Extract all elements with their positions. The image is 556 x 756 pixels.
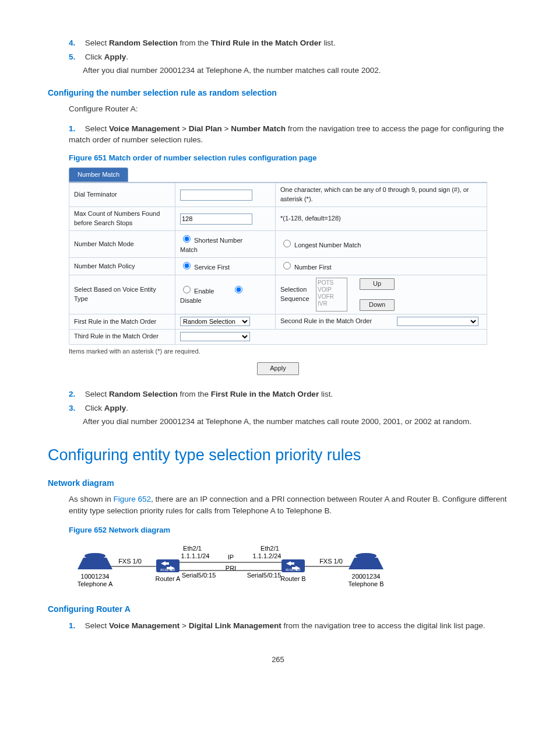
input-max-count[interactable] xyxy=(180,214,252,225)
step-text: Select Random Selection from the First R… xyxy=(85,390,333,398)
radio-shortest[interactable] xyxy=(183,235,191,243)
router-a-icon: ROUTER xyxy=(156,559,180,572)
label-ip: IP xyxy=(228,554,234,561)
step-number: 2. xyxy=(69,388,83,400)
label-serial-left: Serial5/0:15 xyxy=(182,572,216,579)
label-tel-a-num: 10001234 xyxy=(81,573,110,580)
label-third-rule: Third Rule in the Match Order xyxy=(69,329,175,344)
label-match-policy: Number Match Policy xyxy=(69,258,175,275)
label-ip-right: 1.1.1.2/24 xyxy=(253,552,281,559)
router-b-icon: ROUTER xyxy=(281,559,305,572)
step-text: Click Apply. xyxy=(85,404,128,412)
label-match-mode: Number Match Mode xyxy=(69,231,175,258)
label-tel-b-num: 20001234 xyxy=(352,573,381,580)
step-1: 1. Select Voice Management > Dial Plan >… xyxy=(69,123,508,146)
label-router-b: Router B xyxy=(280,575,305,582)
step-text: Select Voice Management > Digital Link M… xyxy=(85,621,485,630)
svg-marker-10 xyxy=(349,558,383,569)
configure-router-a-label: Configure Router A: xyxy=(69,103,508,115)
figure-651: Number Match Dial Terminator One charact… xyxy=(69,167,487,375)
radio-number-first[interactable] xyxy=(283,262,291,270)
label-dial-terminator: Dial Terminator xyxy=(69,183,175,207)
required-footnote: Items marked with an asterisk (*) are re… xyxy=(69,347,487,356)
step-text: Click Apply. xyxy=(85,52,128,61)
step-number: 4. xyxy=(69,37,83,49)
hint-max-count: *(1-128, default=128) xyxy=(276,207,487,231)
label-serial-right: Serial5/0:15 xyxy=(247,572,281,579)
label-eth-left: Eth2/1 xyxy=(183,545,202,552)
heading-configuring-router-a: Configuring Router A xyxy=(48,603,508,615)
figure-651-caption: Figure 651 Match order of number selecti… xyxy=(69,153,508,164)
step-2: 2. Select Random Selection from the Firs… xyxy=(69,388,508,400)
tab-number-match[interactable]: Number Match xyxy=(69,167,128,183)
heading-network-diagram: Network diagram xyxy=(48,477,508,489)
step-4: 4. Select Random Selection from the Thir… xyxy=(69,37,508,49)
input-dial-terminator[interactable] xyxy=(180,190,252,201)
figure-652: ROUTER ROUTER FXS 1/0 FXS 1/0 Eth2/1 Eth… xyxy=(69,540,487,593)
svg-point-5 xyxy=(85,553,105,559)
page-number: 265 xyxy=(48,654,508,666)
label-voice-entity-type: Select Based on Voice Entity Type xyxy=(69,275,175,314)
step-number: 1. xyxy=(69,123,83,135)
radio-disable[interactable] xyxy=(235,286,242,293)
label-router-a: Router A xyxy=(156,575,181,582)
label-eth-right: Eth2/1 xyxy=(261,545,279,552)
step-number: 1. xyxy=(69,620,83,632)
select-third-rule[interactable] xyxy=(180,332,250,341)
listbox-selection-sequence[interactable]: POTS VOIP VOFR IVR xyxy=(316,278,347,312)
heading-random-selection: Configuring the number selection rule as… xyxy=(48,87,508,99)
xref-figure-652[interactable]: Figure 652 xyxy=(114,495,152,503)
label-fxs-left: FXS 1/0 xyxy=(118,558,142,565)
button-down[interactable]: Down xyxy=(360,299,395,311)
label-pri: PRI xyxy=(226,565,236,572)
config-table: Dial Terminator One character, which can… xyxy=(69,183,487,344)
step-text: Select Voice Management > Dial Plan > Nu… xyxy=(69,124,504,145)
radio-longest[interactable] xyxy=(283,240,291,247)
cfg-ra-step-1: 1. Select Voice Management > Digital Lin… xyxy=(69,620,508,632)
label-tel-b: Telephone B xyxy=(348,580,383,587)
label-selection-sequence: Selection Sequence xyxy=(280,285,314,304)
button-apply[interactable]: Apply xyxy=(257,362,299,375)
figure-652-caption: Figure 652 Network diagram xyxy=(69,525,508,536)
label-first-rule: First Rule in the Match Order xyxy=(69,314,175,330)
select-first-rule[interactable]: Random Selection xyxy=(180,317,250,326)
svg-marker-4 xyxy=(78,558,112,569)
post-result: After you dial number 20001234 at Teleph… xyxy=(83,416,508,428)
label-ip-left: 1.1.1.1/24 xyxy=(181,552,210,559)
step-text: Select Random Selection from the Third R… xyxy=(85,38,336,47)
label-second-rule: Second Rule in the Match Order xyxy=(280,317,372,324)
button-up[interactable]: Up xyxy=(360,278,395,290)
step-number: 5. xyxy=(69,51,83,63)
telephone-a-icon xyxy=(78,553,112,569)
heading-entity-rules: Configuring entity type selection priori… xyxy=(48,444,508,467)
step-5: 5. Click Apply. xyxy=(69,51,508,63)
radio-enable[interactable] xyxy=(183,286,191,293)
hint-dial-terminator: One character, which can be any of 0 thr… xyxy=(276,183,487,207)
step-3: 3. Click Apply. xyxy=(69,402,508,414)
label-max-count: Max Count of Numbers Found before Search… xyxy=(69,207,175,231)
label-fxs-right: FXS 1/0 xyxy=(319,558,343,565)
svg-point-11 xyxy=(356,553,376,559)
step-number: 3. xyxy=(69,402,83,414)
label-tel-a: Telephone A xyxy=(78,580,113,587)
telephone-b-icon xyxy=(349,553,383,569)
select-second-rule[interactable] xyxy=(397,317,478,326)
network-diagram-para: As shown in Figure 652, there are an IP … xyxy=(69,494,508,516)
intro-result: After you dial number 20001234 at Teleph… xyxy=(83,65,508,76)
radio-service-first[interactable] xyxy=(183,262,191,270)
